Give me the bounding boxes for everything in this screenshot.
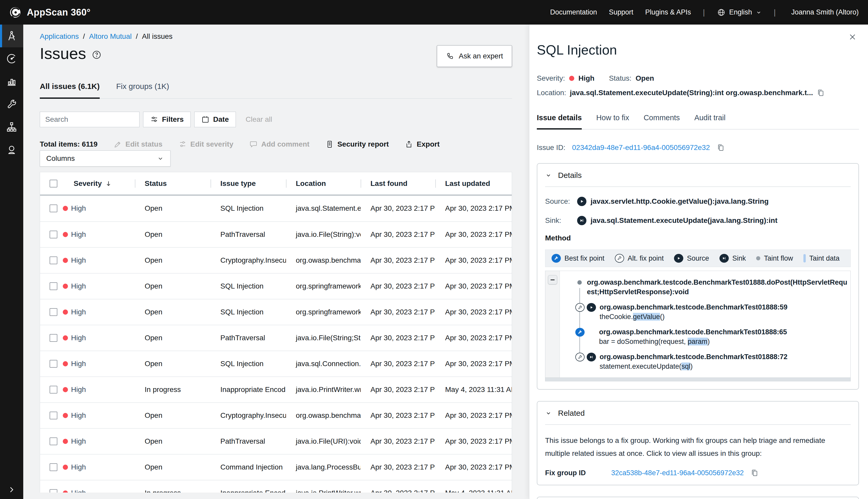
help-icon[interactable] xyxy=(92,50,102,60)
copy-icon[interactable] xyxy=(751,469,759,477)
table-row[interactable]: HighOpenSQL Injectionorg.springframework… xyxy=(40,299,512,325)
trace-node-best-fix[interactable]: org.owasp.benchmark.testcode.BenchmarkTe… xyxy=(575,327,848,346)
row-checkbox[interactable] xyxy=(50,437,57,445)
column-header-last-updated[interactable]: Last updated xyxy=(435,180,512,188)
trace-node-sink[interactable]: org.owasp.benchmark.testcode.BenchmarkTe… xyxy=(575,352,848,371)
status-value: Open xyxy=(135,308,211,316)
sink-icon xyxy=(577,216,587,225)
language-selector[interactable]: English xyxy=(717,8,762,17)
issue-id-label: Issue ID: xyxy=(537,144,565,152)
issue-id-link[interactable]: 02342da9-48e7-ed11-96a4-005056972e32 xyxy=(572,144,710,152)
sidebar-item-tools[interactable] xyxy=(0,93,23,115)
bulk-toolbar: Total items: 6119 Edit status Edit sever… xyxy=(40,140,512,148)
last-updated-value: Apr 30, 2023 2:17 PM xyxy=(435,204,512,212)
table-row[interactable]: HighOpenSQL Injectionjava.sql.Statement.… xyxy=(40,195,512,221)
column-header-severity[interactable]: Severity xyxy=(74,180,102,188)
table-row[interactable]: HighOpenSQL Injectionjava.sql.Connection… xyxy=(40,351,512,376)
select-all-checkbox[interactable] xyxy=(50,180,57,187)
tab-fix-groups[interactable]: Fix groups (1K) xyxy=(116,82,169,98)
tab-audit-trail[interactable]: Audit trail xyxy=(694,113,726,129)
edit-severity-button[interactable]: Edit severity xyxy=(178,140,234,148)
row-checkbox[interactable] xyxy=(50,489,57,492)
sidebar-item-organization[interactable] xyxy=(0,115,23,138)
search-input[interactable] xyxy=(45,115,138,124)
trace-root-node[interactable]: org.owasp.benchmark.testcode.BenchmarkTe… xyxy=(575,278,848,297)
severity-value: High xyxy=(71,230,86,239)
row-checkbox[interactable] xyxy=(50,386,57,393)
issue-type-value: Cryptography.Insecu xyxy=(211,256,286,265)
breadcrumb-applications[interactable]: Applications xyxy=(40,32,79,40)
ask-an-expert-button[interactable]: Ask an expert xyxy=(437,45,512,67)
nav-divider: | xyxy=(774,8,776,17)
sidebar-expand-button[interactable] xyxy=(0,485,23,494)
table-row[interactable]: HighIn progressInappropriate Encodjava.i… xyxy=(40,376,512,402)
export-button[interactable]: Export xyxy=(405,140,440,148)
table-row[interactable]: HighIn progressInappropriate Encodjava.i… xyxy=(40,480,512,492)
columns-dropdown-value: Columns xyxy=(46,154,75,163)
tab-all-issues[interactable]: All issues (6.1K) xyxy=(40,82,100,99)
collapse-trace-button[interactable] xyxy=(548,275,557,284)
row-checkbox[interactable] xyxy=(50,282,57,290)
table-row[interactable]: HighOpenCryptography.Insecuorg.owasp.ben… xyxy=(40,247,512,273)
table-row[interactable]: HighOpenPathTraversaljava.io.File(String… xyxy=(40,221,512,247)
related-section-header[interactable]: Related xyxy=(545,409,851,417)
columns-dropdown[interactable]: Columns xyxy=(40,150,171,167)
table-row[interactable]: HighOpenPathTraversaljava.io.File(URI):v… xyxy=(40,428,512,454)
table-row[interactable]: HighOpenPathTraversaljava.io.File(String… xyxy=(40,325,512,351)
sidebar-item-users[interactable] xyxy=(0,138,23,161)
clear-all-button[interactable]: Clear all xyxy=(246,115,272,124)
severity-value: High xyxy=(71,256,86,265)
row-checkbox[interactable] xyxy=(50,334,57,342)
breadcrumb-altoro-mutual[interactable]: Altoro Mutual xyxy=(89,32,132,40)
edit-status-button[interactable]: Edit status xyxy=(114,140,163,148)
tab-how-to-fix[interactable]: How to fix xyxy=(596,113,629,129)
security-report-button[interactable]: Security report xyxy=(326,140,389,148)
issue-type-value: SQL Injection xyxy=(211,360,286,368)
sidebar-item-scans[interactable] xyxy=(0,47,23,70)
breadcrumb-separator: / xyxy=(136,32,138,40)
row-checkbox[interactable] xyxy=(50,231,57,239)
tab-comments[interactable]: Comments xyxy=(643,113,680,129)
fix-group-id-link[interactable]: 32ca538b-48e7-ed11-96a4-005056972e32 xyxy=(611,469,744,477)
tab-issue-details[interactable]: Issue details xyxy=(537,113,582,130)
severity-high-dot xyxy=(63,490,68,492)
row-checkbox[interactable] xyxy=(50,205,57,212)
chevron-down-icon xyxy=(545,410,552,416)
nav-support[interactable]: Support xyxy=(609,8,633,16)
row-checkbox[interactable] xyxy=(50,463,57,471)
add-comment-button[interactable]: Add comment xyxy=(249,140,310,148)
column-header-location[interactable]: Location xyxy=(286,180,361,188)
column-header-issue-type[interactable]: Issue type xyxy=(211,180,286,188)
row-checkbox[interactable] xyxy=(50,360,57,368)
location-label: Location: xyxy=(537,89,566,97)
status-value: Open xyxy=(135,463,211,471)
filters-button[interactable]: Filters xyxy=(143,112,191,127)
related-section-title: Related xyxy=(558,409,584,417)
method-horizontal-scrollbar[interactable] xyxy=(545,377,851,381)
issue-type-value: SQL Injection xyxy=(211,282,286,290)
close-icon[interactable] xyxy=(848,32,857,41)
row-checkbox[interactable] xyxy=(50,412,57,419)
row-checkbox[interactable] xyxy=(50,256,57,264)
location-value: java.sql.Statement.e xyxy=(286,204,361,212)
copy-icon[interactable] xyxy=(717,144,725,152)
nav-plugins-apis[interactable]: Plugins & APIs xyxy=(645,8,691,16)
sort-descending-icon[interactable] xyxy=(105,180,112,187)
nav-documentation[interactable]: Documentation xyxy=(550,8,597,16)
search-box xyxy=(40,112,139,127)
row-checkbox[interactable] xyxy=(50,308,57,316)
column-header-last-found[interactable]: Last found xyxy=(361,180,435,188)
column-header-status[interactable]: Status xyxy=(135,180,211,188)
table-row[interactable]: HighOpenSQL Injectionorg.springframework… xyxy=(40,273,512,299)
last-updated-value: May 4, 2023 11:31 AM xyxy=(435,489,512,492)
table-row[interactable]: HighOpenCommand Injectionjava.lang.Proce… xyxy=(40,454,512,480)
trace-node-source[interactable]: org.owasp.benchmark.testcode.BenchmarkTe… xyxy=(575,303,848,321)
table-row[interactable]: HighOpenCryptography.Insecuorg.owasp.ben… xyxy=(40,402,512,428)
sidebar-item-reports[interactable] xyxy=(0,70,23,93)
user-menu[interactable]: Joanna Smith (Altoro) xyxy=(791,8,859,16)
details-section-header[interactable]: Details xyxy=(545,171,851,180)
issue-title: SQL Injection xyxy=(537,42,859,58)
sidebar-item-applications[interactable] xyxy=(0,25,23,47)
copy-icon[interactable] xyxy=(817,89,825,97)
date-button[interactable]: Date xyxy=(194,112,236,127)
